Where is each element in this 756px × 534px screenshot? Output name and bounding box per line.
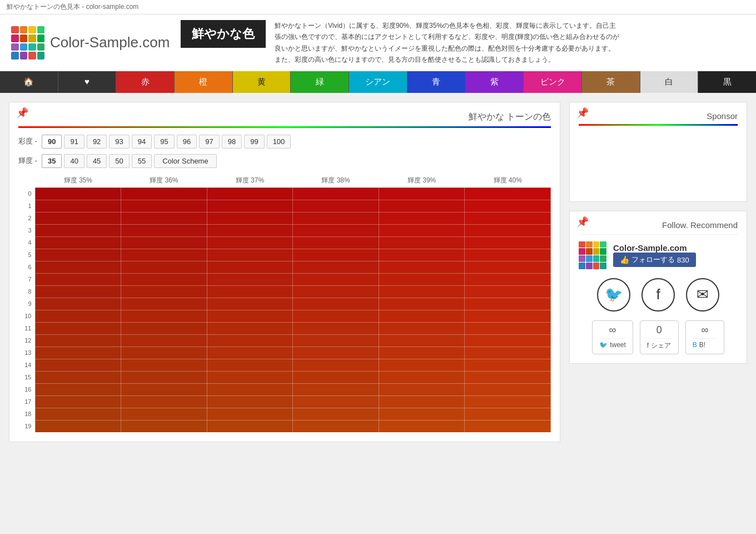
saturation-btn-90[interactable]: 90 xyxy=(42,135,62,149)
saturation-btn-91[interactable]: 91 xyxy=(64,135,84,149)
color-cell-r10-c1[interactable] xyxy=(121,310,207,322)
twitter-button[interactable]: 🐦 xyxy=(597,278,630,312)
facebook-button[interactable]: f xyxy=(641,278,675,312)
color-cell-r7-c1[interactable] xyxy=(121,273,207,285)
saturation-btn-93[interactable]: 93 xyxy=(109,135,129,149)
color-cell-r1-c4[interactable] xyxy=(379,200,465,212)
color-cell-r3-c3[interactable] xyxy=(293,224,379,236)
color-cell-r3-c0[interactable] xyxy=(35,224,121,236)
color-cell-r6-c4[interactable] xyxy=(379,261,465,273)
color-cell-r18-c3[interactable] xyxy=(293,408,379,420)
color-cell-r15-c1[interactable] xyxy=(121,371,207,383)
color-cell-r14-c0[interactable] xyxy=(35,359,121,371)
color-cell-r12-c2[interactable] xyxy=(207,334,293,347)
color-cell-r5-c4[interactable] xyxy=(379,249,465,261)
color-cell-r14-c2[interactable] xyxy=(207,359,293,371)
color-cell-r4-c0[interactable] xyxy=(35,236,121,249)
color-cell-r3-c2[interactable] xyxy=(207,224,293,236)
color-cell-r14-c4[interactable] xyxy=(379,359,465,371)
color-cell-r2-c3[interactable] xyxy=(293,212,379,224)
color-cell-r12-c0[interactable] xyxy=(35,334,121,347)
color-cell-r12-c3[interactable] xyxy=(293,334,379,347)
color-cell-r11-c4[interactable] xyxy=(379,322,465,334)
color-cell-r18-c4[interactable] xyxy=(379,408,465,420)
color-cell-r7-c0[interactable] xyxy=(35,273,121,285)
color-cell-r11-c5[interactable] xyxy=(465,322,551,334)
color-cell-r12-c1[interactable] xyxy=(121,334,207,347)
color-cell-r12-c4[interactable] xyxy=(379,334,465,347)
color-cell-r0-c5[interactable] xyxy=(465,187,551,200)
nav-item-♥[interactable]: ♥ xyxy=(58,71,117,93)
color-cell-r16-c0[interactable] xyxy=(35,383,121,395)
color-cell-r17-c2[interactable] xyxy=(207,395,293,408)
color-cell-r6-c0[interactable] xyxy=(35,261,121,273)
color-cell-r15-c0[interactable] xyxy=(35,371,121,383)
color-cell-r9-c2[interactable] xyxy=(207,298,293,310)
color-cell-r2-c1[interactable] xyxy=(121,212,207,224)
color-cell-r7-c4[interactable] xyxy=(379,273,465,285)
brightness-btn-40[interactable]: 40 xyxy=(64,154,84,168)
color-cell-r16-c3[interactable] xyxy=(293,383,379,395)
color-cell-r16-c5[interactable] xyxy=(465,383,551,395)
color-cell-r2-c0[interactable] xyxy=(35,212,121,224)
color-cell-r11-c1[interactable] xyxy=(121,322,207,334)
nav-item-緑[interactable]: 緑 xyxy=(291,71,349,93)
color-cell-r15-c4[interactable] xyxy=(379,371,465,383)
color-cell-r14-c1[interactable] xyxy=(121,359,207,371)
color-cell-r3-c4[interactable] xyxy=(379,224,465,236)
color-cell-r16-c2[interactable] xyxy=(207,383,293,395)
color-cell-r5-c3[interactable] xyxy=(293,249,379,261)
color-cell-r15-c5[interactable] xyxy=(465,371,551,383)
color-cell-r8-c5[interactable] xyxy=(465,285,551,298)
color-cell-r0-c0[interactable] xyxy=(35,187,121,200)
color-cell-r13-c2[interactable] xyxy=(207,347,293,359)
color-cell-r16-c1[interactable] xyxy=(121,383,207,395)
color-cell-r0-c4[interactable] xyxy=(379,187,465,200)
nav-item-白[interactable]: 白 xyxy=(640,71,699,93)
saturation-btn-92[interactable]: 92 xyxy=(87,135,107,149)
color-cell-r8-c3[interactable] xyxy=(293,285,379,298)
nav-item-茶[interactable]: 茶 xyxy=(582,71,640,93)
color-cell-r18-c5[interactable] xyxy=(465,408,551,420)
color-cell-r11-c0[interactable] xyxy=(35,322,121,334)
brightness-btn-50[interactable]: 50 xyxy=(109,154,129,168)
brightness-btn-35[interactable]: 35 xyxy=(42,154,62,168)
saturation-btn-99[interactable]: 99 xyxy=(244,135,264,149)
color-cell-r19-c4[interactable] xyxy=(379,420,465,432)
color-cell-r14-c3[interactable] xyxy=(293,359,379,371)
color-cell-r17-c5[interactable] xyxy=(465,395,551,408)
color-cell-r10-c0[interactable] xyxy=(35,310,121,322)
color-cell-r9-c4[interactable] xyxy=(379,298,465,310)
color-cell-r10-c4[interactable] xyxy=(379,310,465,322)
color-cell-r7-c2[interactable] xyxy=(207,273,293,285)
color-cell-r8-c1[interactable] xyxy=(121,285,207,298)
saturation-btn-94[interactable]: 94 xyxy=(132,135,152,149)
color-cell-r19-c0[interactable] xyxy=(35,420,121,432)
color-cell-r10-c3[interactable] xyxy=(293,310,379,322)
color-cell-r13-c1[interactable] xyxy=(121,347,207,359)
color-cell-r9-c0[interactable] xyxy=(35,298,121,310)
color-cell-r1-c0[interactable] xyxy=(35,200,121,212)
nav-item-黄[interactable]: 黄 xyxy=(233,71,291,93)
brightness-btn-45[interactable]: 45 xyxy=(87,154,107,168)
brightness-btn-55[interactable]: 55 xyxy=(132,154,152,168)
nav-item-青[interactable]: 青 xyxy=(407,71,466,93)
color-cell-r2-c5[interactable] xyxy=(465,212,551,224)
color-cell-r4-c5[interactable] xyxy=(465,236,551,249)
color-cell-r5-c0[interactable] xyxy=(35,249,121,261)
color-cell-r4-c3[interactable] xyxy=(293,236,379,249)
color-cell-r18-c2[interactable] xyxy=(207,408,293,420)
color-cell-r5-c5[interactable] xyxy=(465,249,551,261)
color-cell-r1-c1[interactable] xyxy=(121,200,207,212)
color-cell-r3-c5[interactable] xyxy=(465,224,551,236)
color-cell-r6-c3[interactable] xyxy=(293,261,379,273)
color-cell-r14-c5[interactable] xyxy=(465,359,551,371)
color-cell-r19-c2[interactable] xyxy=(207,420,293,432)
color-cell-r10-c5[interactable] xyxy=(465,310,551,322)
nav-item-紫[interactable]: 紫 xyxy=(466,71,524,93)
color-scheme-button[interactable]: Color Scheme xyxy=(154,154,216,168)
color-cell-r1-c5[interactable] xyxy=(465,200,551,212)
color-cell-r13-c4[interactable] xyxy=(379,347,465,359)
color-cell-r0-c2[interactable] xyxy=(207,187,293,200)
color-cell-r3-c1[interactable] xyxy=(121,224,207,236)
